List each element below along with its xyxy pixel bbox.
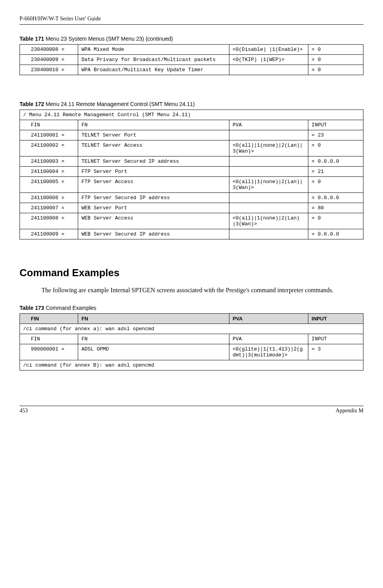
cell-input: = 0 — [308, 55, 363, 65]
head-fin: FIN — [20, 313, 78, 324]
table-row: 241100008 = WEB Server Access <0(all)|1(… — [20, 213, 363, 229]
table-head-row: FIN FN PVA INPUT — [20, 313, 363, 324]
table-row: 241100001 = TELNET Server Port = 23 — [20, 130, 363, 140]
section-heading: Command Examples — [20, 267, 363, 279]
cell-input: = 21 — [308, 167, 363, 177]
cell-fn: WEB Server Secured IP address — [78, 229, 229, 239]
cell-input: = 0.0.0.0 — [308, 229, 363, 239]
cell-span: /ci command (for annex a): wan adsl open… — [20, 324, 363, 334]
cell-fin: 241100008 = — [20, 213, 78, 229]
cell-fin: 241100007 = — [20, 203, 78, 213]
cell-input: = 0 — [308, 45, 363, 55]
table173-caption-prefix: Table 173 — [20, 305, 44, 311]
cell-fn: TELNET Server Port — [78, 130, 229, 140]
cell-fin: 230400008 = — [20, 45, 78, 55]
cell-pva: <0(all)|1(none)|2(Lan)|3(Wan)> — [229, 177, 308, 193]
table171-caption-rest: Menu 23 System Menus (SMT Menu 23) (cont… — [44, 36, 173, 42]
table173-caption-rest: Command Examples — [44, 305, 97, 311]
table171: 230400008 = WPA Mixed Mode <0(Disable) |… — [20, 44, 363, 75]
cell-fn: TELNET Server Secured IP address — [78, 156, 229, 167]
cell-pva — [229, 203, 308, 213]
cell-pva — [229, 229, 308, 239]
cell-input: = 0 — [308, 213, 363, 229]
cell-fn: ADSL OPMD — [78, 344, 229, 360]
cell-input: = 23 — [308, 130, 363, 140]
cell-fin: 990000001 = — [20, 344, 78, 360]
table-row: 990000001 = ADSL OPMD <0(glite)|1(t1.413… — [20, 344, 363, 360]
cell-pva: <0(Disable) |1(Enable)> — [229, 45, 308, 55]
subhead-pva: PVA — [229, 334, 308, 344]
subhead-fin: FIN — [20, 334, 78, 344]
table-row: 241100004 = FTP Server Port = 21 — [20, 167, 363, 177]
table171-caption-prefix: Table 171 — [20, 36, 44, 42]
table173: FIN FN PVA INPUT /ci command (for annex … — [20, 313, 363, 370]
cell-fin: 241100001 = — [20, 130, 78, 140]
table172-caption-rest: Menu 24.11 Remote Management Control (SM… — [44, 101, 195, 107]
cell-fn: FTP Server Port — [78, 167, 229, 177]
table-span-row: /ci command (for annex a): wan adsl open… — [20, 324, 363, 334]
table-row: 241100009 = WEB Server Secured IP addres… — [20, 229, 363, 239]
table172: / Menu 24.11 Remote Management Control (… — [20, 110, 363, 239]
cell-fin: 241100005 = — [20, 177, 78, 193]
cell-pva: <0(glite)|1(t1.413)|2(gdmt)|3(multimode)… — [229, 344, 308, 360]
cell-pva — [229, 193, 308, 203]
cell-fin: 230400010 = — [20, 65, 78, 75]
cell-input: = 0 — [308, 140, 363, 156]
cell-input: = 0 — [308, 177, 363, 193]
table-row: 230400009 = Data Privacy for Broadcast/M… — [20, 55, 363, 65]
cell-fn: WEB Server Port — [78, 203, 229, 213]
cell-pva: <0(all)|1(none)|2(Lan)|3(Wan)> — [229, 140, 308, 156]
cell-pva — [229, 156, 308, 167]
cell-fin: 241100006 = — [20, 193, 78, 203]
section-paragraph: The following are example Internal SPTGE… — [41, 286, 363, 295]
table-row: 241100006 = FTP Server Secured IP addres… — [20, 193, 363, 203]
table-title-row: / Menu 24.11 Remote Management Control (… — [20, 110, 363, 120]
table-row: 241100007 = WEB Server Port = 80 — [20, 203, 363, 213]
cell-fin: 230400009 = — [20, 55, 78, 65]
table172-caption-prefix: Table 172 — [20, 101, 44, 107]
head-fin: FIN — [20, 120, 78, 130]
head-fn: FN — [78, 313, 229, 324]
table-row: 230400010 = WPA Broadcast/Multicast Key … — [20, 65, 363, 75]
table-head-row: FIN FN PVA INPUT — [20, 120, 363, 130]
head-fn: FN — [78, 120, 229, 130]
page-footer: 453 Appendix M — [20, 406, 363, 414]
cell-fin: 241100004 = — [20, 167, 78, 177]
footer-appendix: Appendix M — [336, 408, 363, 414]
cell-input: = 0 — [308, 65, 363, 75]
footer-page-number: 453 — [20, 408, 28, 414]
cell-input: = 3 — [308, 344, 363, 360]
table-span-row: /ci command (for annex B): wan adsl open… — [20, 360, 363, 370]
cell-fn: WPA Broadcast/Multicast Key Update Timer — [78, 65, 229, 75]
table-row: 230400008 = WPA Mixed Mode <0(Disable) |… — [20, 45, 363, 55]
cell-pva — [229, 167, 308, 177]
cell-pva — [229, 65, 308, 75]
cell-pva: <0(TKIP) |1(WEP)> — [229, 55, 308, 65]
cell-fin: 241100002 = — [20, 140, 78, 156]
table172-caption: Table 172 Menu 24.11 Remote Management C… — [20, 101, 363, 107]
cell-fn: TELNET Server Access — [78, 140, 229, 156]
header-rule — [20, 24, 363, 25]
cell-fn: WPA Mixed Mode — [78, 45, 229, 55]
head-pva: PVA — [229, 313, 308, 324]
cell-fn: Data Privacy for Broadcast/Multicast pac… — [78, 55, 229, 65]
cell-fin: 241100003 = — [20, 156, 78, 167]
subhead-fn: FN — [78, 334, 229, 344]
head-input: INPUT — [308, 313, 363, 324]
head-input: INPUT — [308, 120, 363, 130]
cell-title: / Menu 24.11 Remote Management Control (… — [20, 110, 363, 120]
table-subhead-row: FIN FN PVA INPUT — [20, 334, 363, 344]
cell-fn: WEB Server Access — [78, 213, 229, 229]
cell-fin: 241100009 = — [20, 229, 78, 239]
table-row: 241100002 = TELNET Server Access <0(all)… — [20, 140, 363, 156]
cell-fn: FTP Server Access — [78, 177, 229, 193]
cell-input: = 0.0.0.0 — [308, 193, 363, 203]
table-row: 241100003 = TELNET Server Secured IP add… — [20, 156, 363, 167]
table171-caption: Table 171 Menu 23 System Menus (SMT Menu… — [20, 36, 363, 42]
cell-fn: FTP Server Secured IP address — [78, 193, 229, 203]
cell-pva — [229, 130, 308, 140]
document-header: P-660H/HW/W-T Series User' Guide — [20, 16, 363, 22]
cell-pva: <0(all)|1(none)|2(Lan) |3(Wan)> — [229, 213, 308, 229]
head-pva: PVA — [229, 120, 308, 130]
table-row: 241100005 = FTP Server Access <0(all)|1(… — [20, 177, 363, 193]
